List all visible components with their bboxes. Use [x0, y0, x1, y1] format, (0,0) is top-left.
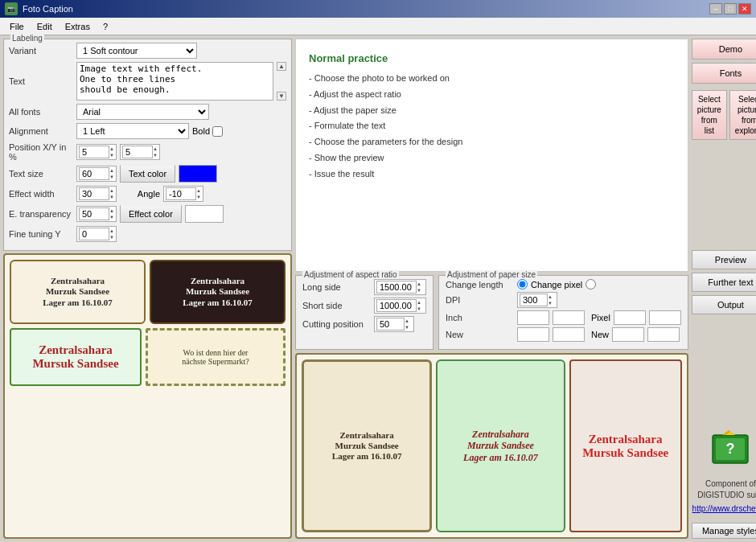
change-pixel-radio[interactable]: [585, 279, 596, 289]
effect-width-input[interactable]: [79, 187, 109, 200]
transparency-row: E. transparency ▲ ▼ Effect color: [9, 205, 286, 223]
pos-y-down-arrow[interactable]: ▼: [153, 152, 158, 158]
variant-label: Variant: [9, 46, 73, 55]
variant-select[interactable]: 1 Soft contour 2 Hard contour 3 Shadow 4…: [76, 43, 197, 59]
bottom-preview-strip: ZentralsaharaMurzuk SandseeLager am 16.1…: [295, 353, 688, 539]
effect-width-label: Effect width: [9, 189, 73, 199]
dpi-up[interactable]: ▲: [548, 294, 553, 300]
main-content: Labeling Variant 1 Soft contour 2 Hard c…: [0, 35, 756, 542]
close-button[interactable]: ✕: [738, 3, 751, 14]
text-size-spinbox: ▲ ▼: [76, 166, 117, 182]
inch-input-2[interactable]: [553, 310, 585, 325]
pixel-input-1[interactable]: [614, 310, 646, 325]
effect-width-up-arrow[interactable]: ▲: [109, 187, 114, 194]
fine-tuning-down-arrow[interactable]: ▼: [109, 234, 114, 240]
effect-color-button[interactable]: Effect color: [120, 205, 182, 223]
pos-x-input[interactable]: [79, 146, 109, 158]
menu-help[interactable]: ?: [97, 20, 114, 33]
demo-button[interactable]: Demo: [692, 39, 756, 60]
short-side-row: Short side ▲ ▼: [302, 298, 426, 314]
position-label: Position X/Y in %: [9, 142, 73, 162]
angle-up-arrow[interactable]: ▲: [196, 187, 201, 194]
inch-row: Inch Pixel: [446, 310, 681, 325]
maximize-button[interactable]: □: [724, 3, 737, 14]
dpi-down[interactable]: ▼: [548, 300, 553, 306]
cutting-input[interactable]: [376, 318, 405, 331]
e-transparency-input[interactable]: [79, 207, 109, 220]
pos-x-up-arrow[interactable]: ▲: [109, 146, 114, 152]
new-label2: New: [591, 330, 609, 339]
effect-width-down-arrow[interactable]: ▼: [109, 194, 114, 200]
font-select[interactable]: Arial Times New Roman Courier New: [76, 104, 209, 120]
further-text-button[interactable]: Further text: [692, 273, 756, 292]
minimize-button[interactable]: –: [709, 3, 722, 14]
menu-file[interactable]: File: [3, 20, 31, 33]
fine-tuning-up-arrow[interactable]: ▲: [109, 228, 114, 234]
select-pic-list-button[interactable]: Select picturefrom list: [692, 90, 727, 140]
bold-checkbox[interactable]: [212, 126, 223, 137]
menu-edit[interactable]: Edit: [31, 20, 59, 33]
pixel-input-2[interactable]: [649, 310, 681, 325]
long-side-down[interactable]: ▼: [417, 287, 421, 294]
dpi-input[interactable]: [520, 294, 548, 306]
angle-label: Angle: [120, 189, 160, 199]
text-color-preview: [179, 165, 217, 183]
short-side-up[interactable]: ▲: [417, 299, 421, 306]
short-side-label: Short side: [302, 301, 371, 310]
text-size-row: Text size ▲ ▼ Text color: [9, 165, 286, 183]
pos-x-down-arrow[interactable]: ▼: [109, 152, 114, 158]
text-label: Text: [9, 76, 73, 86]
textarea-scroll-down[interactable]: ▼: [277, 92, 286, 101]
step4: - Formulate the text: [309, 118, 675, 134]
fine-tuning-spinbox: ▲ ▼: [76, 226, 117, 242]
step2: - Adjust the aspect ratio: [309, 87, 675, 103]
text-size-up-arrow[interactable]: ▲: [109, 167, 114, 174]
text-size-label: Text size: [9, 169, 73, 179]
output-button[interactable]: Output: [692, 295, 756, 314]
text-color-button[interactable]: Text color: [120, 165, 175, 183]
change-length-radio[interactable]: [517, 279, 528, 289]
new-input-3[interactable]: [612, 327, 644, 342]
pos-y-input[interactable]: [122, 146, 153, 158]
fine-tuning-input[interactable]: [79, 228, 109, 240]
menubar: File Edit Extras ?: [0, 18, 756, 35]
bold-checkbox-label: Bold: [192, 126, 223, 137]
select-pic-explorer-button[interactable]: Select picturefrom explorer: [729, 90, 756, 140]
textarea-scroll-up[interactable]: ▲: [277, 62, 286, 71]
e-transparency-down-arrow[interactable]: ▼: [109, 214, 114, 220]
long-side-up[interactable]: ▲: [417, 281, 421, 287]
text-size-down-arrow[interactable]: ▼: [109, 174, 114, 180]
new-input-2[interactable]: [553, 327, 585, 342]
short-side-input[interactable]: [376, 299, 417, 312]
long-side-input[interactable]: [376, 281, 417, 294]
cutting-spinbox: ▲ ▼: [374, 316, 414, 332]
manage-styles-button[interactable]: Manage styles: [692, 523, 756, 539]
angle-input[interactable]: [166, 187, 196, 200]
card5: ZentralsaharaMursuk Sandsee: [10, 328, 142, 386]
change-length-label: Change length: [446, 280, 514, 289]
step1: - Choose the photo to be worked on: [309, 71, 675, 87]
e-transparency-up-arrow[interactable]: ▲: [109, 207, 114, 214]
text-size-input[interactable]: [79, 167, 109, 180]
new-input-1[interactable]: [517, 327, 549, 342]
angle-down-arrow[interactable]: ▼: [196, 194, 201, 200]
paper-size-title: Adjustment of paper size: [446, 270, 537, 279]
cutting-up[interactable]: ▲: [405, 318, 409, 324]
card2-text: ZentralsaharaMurzuk SandseeLager am 16.1…: [183, 276, 253, 308]
inch-input-1[interactable]: [517, 310, 549, 325]
alignment-select[interactable]: 1 Left 2 Center 3 Right: [76, 123, 189, 139]
pos-y-up-arrow[interactable]: ▲: [153, 146, 158, 152]
website-link[interactable]: http://www.drschef.de: [692, 504, 756, 513]
adjustment-row: Adjustment of aspect ratio Long side ▲ ▼…: [295, 275, 688, 350]
new-input-4[interactable]: [647, 327, 680, 342]
text-input[interactable]: Image text with effect. One to three lin…: [76, 62, 273, 101]
preview-button[interactable]: Preview: [692, 250, 756, 269]
fonts-button[interactable]: Fonts: [692, 63, 756, 84]
short-side-down[interactable]: ▼: [417, 306, 421, 312]
labeling-title: Labeling: [10, 34, 44, 43]
menu-extras[interactable]: Extras: [59, 20, 97, 33]
e-transparency-label: E. transparency: [9, 209, 73, 219]
cutting-down[interactable]: ▼: [405, 324, 409, 331]
variant-row: Variant 1 Soft contour 2 Hard contour 3 …: [9, 43, 286, 59]
step6: - Show the preview: [309, 150, 675, 166]
